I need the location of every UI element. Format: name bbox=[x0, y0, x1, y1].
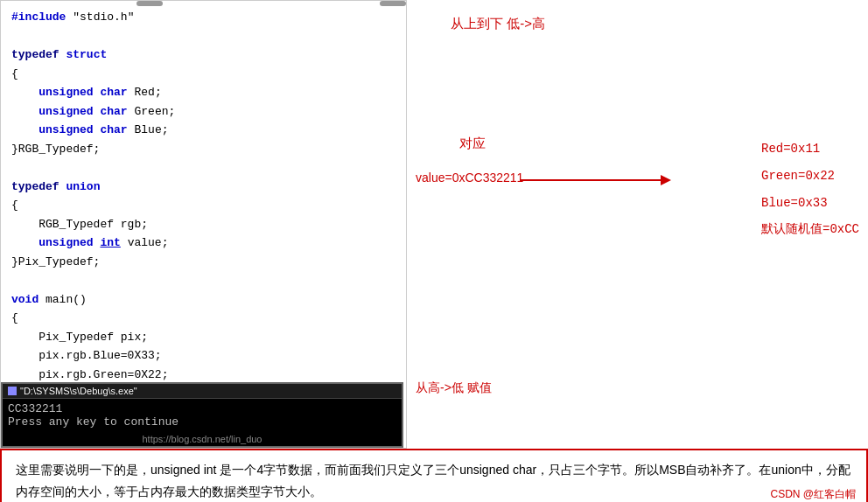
code-line-main: void main() bbox=[1, 290, 406, 310]
code-line-red: unsigned char Red; bbox=[1, 83, 406, 102]
code-line-pix: Pix_Typedef pix; bbox=[1, 328, 406, 347]
terminal-icon bbox=[8, 387, 17, 395]
terminal-titlebar: "D:\SYSMS\s\Debug\s.exe" bbox=[3, 384, 402, 399]
right-default: 默认随机值=0xCC bbox=[761, 216, 859, 243]
bottom-text-content: 这里需要说明一下的是，unsigned int 是一个4字节数据，而前面我们只定… bbox=[16, 463, 850, 499]
code-line-brace3: { bbox=[1, 309, 406, 328]
arrow-head bbox=[661, 175, 671, 185]
code-line-blank bbox=[1, 27, 406, 46]
annotation-arrow bbox=[521, 175, 671, 185]
right-labels: Red=0x11 Green=0x22 Blue=0x33 默认随机值=0xCC bbox=[761, 136, 859, 243]
main-container: #include "stdio.h" typedef struct { unsi… bbox=[0, 0, 868, 502]
code-line-green: unsigned char Green; bbox=[1, 102, 406, 122]
right-blue: Blue=0x33 bbox=[761, 190, 859, 217]
terminal-body: CC332211 Press any key to continue bbox=[3, 399, 402, 434]
code-line-typedef-struct: typedef struct bbox=[1, 45, 406, 65]
code-line-blue: unsigned char Blue; bbox=[1, 121, 406, 140]
value-label: value=0xCC332211 bbox=[416, 171, 523, 185]
code-line-rgb: RGB_Typedef rgb; bbox=[1, 215, 406, 234]
code-line-blank2 bbox=[1, 158, 406, 178]
terminal-url: https://blog.csdn.net/lin_duo bbox=[3, 434, 402, 446]
code-line-value: unsigned int value; bbox=[1, 234, 406, 253]
code-line-brace1: { bbox=[1, 65, 406, 84]
code-line-pix-typedef: }Pix_Typedef; bbox=[1, 253, 406, 272]
terminal-window: "D:\SYSMS\s\Debug\s.exe" CC332211 Press … bbox=[1, 382, 403, 448]
top-label: 从上到下 低->高 bbox=[451, 16, 545, 32]
annotation-panel: 从上到下 低->高 对应 value=0xCC332211 Red=0x11 G… bbox=[407, 0, 868, 449]
bottom-text-box: 这里需要说明一下的是，unsigned int 是一个4字节数据，而前面我们只定… bbox=[0, 449, 868, 503]
csdn-watermark: CSDN @红客白帽 bbox=[770, 485, 856, 502]
right-red: Red=0x11 bbox=[761, 136, 859, 163]
duiying-label: 对应 bbox=[459, 136, 486, 152]
terminal-output-2: Press any key to continue bbox=[8, 415, 396, 429]
terminal-output-1: CC332211 bbox=[8, 402, 396, 415]
arrow-line bbox=[521, 179, 661, 181]
code-line-blank3 bbox=[1, 271, 406, 290]
right-green: Green=0x22 bbox=[761, 163, 859, 190]
bottom-label: 从高->低 赋值 bbox=[416, 380, 492, 396]
code-panel: #include "stdio.h" typedef struct { unsi… bbox=[0, 0, 407, 449]
code-line-blue-assign: pix.rgb.Blue=0X33; bbox=[1, 346, 406, 366]
terminal-title: "D:\SYSMS\s\Debug\s.exe" bbox=[20, 386, 137, 396]
content-area: #include "stdio.h" typedef struct { unsi… bbox=[0, 0, 868, 449]
code-line-brace2: { bbox=[1, 196, 406, 215]
code-line-typedef-union: typedef union bbox=[1, 178, 406, 197]
code-line-1: #include "stdio.h" bbox=[1, 8, 406, 27]
code-line-rgb-typedef: }RGB_Typedef; bbox=[1, 140, 406, 159]
